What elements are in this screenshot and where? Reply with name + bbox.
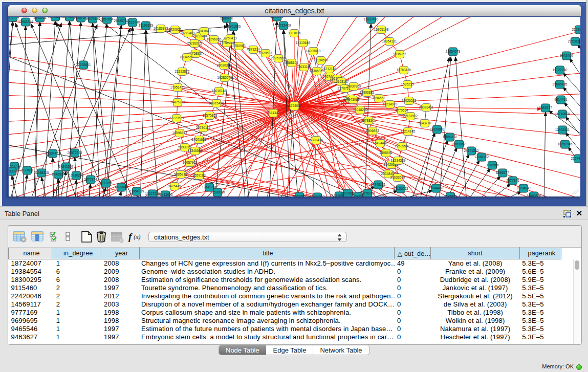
svg-text:18954131: 18954131: [382, 39, 397, 43]
svg-text:11784847: 11784847: [516, 186, 531, 190]
svg-text:1585239: 1585239: [401, 82, 414, 86]
svg-text:14660856: 14660856: [527, 194, 541, 196]
svg-text:20036388: 20036388: [217, 63, 232, 67]
svg-text:10183893: 10183893: [154, 27, 168, 30]
svg-text:17951421: 17951421: [170, 85, 185, 89]
svg-text:25289205: 25289205: [187, 41, 202, 45]
svg-text:4770554: 4770554: [395, 108, 408, 112]
svg-text:5841643: 5841643: [198, 29, 211, 33]
svg-text:20815450: 20815450: [209, 101, 224, 105]
svg-text:13932411: 13932411: [555, 128, 570, 132]
svg-text:19763180: 19763180: [397, 68, 411, 72]
svg-text:22506335: 22506335: [568, 39, 580, 43]
svg-text:16596513: 16596513: [172, 131, 187, 135]
svg-text:16424441: 16424441: [373, 141, 388, 145]
svg-text:22253595: 22253595: [271, 56, 286, 60]
svg-text:19888132: 19888132: [443, 135, 458, 139]
svg-text:22770529: 22770529: [169, 116, 184, 120]
svg-text:9475445: 9475445: [168, 184, 181, 188]
svg-text:25383411: 25383411: [419, 105, 434, 109]
svg-text:9414491: 9414491: [554, 98, 568, 101]
svg-text:18234339: 18234339: [391, 159, 406, 162]
svg-text:24171842: 24171842: [464, 149, 479, 152]
svg-text:13954919: 13954919: [129, 189, 144, 193]
svg-text:6657765: 6657765: [293, 194, 306, 196]
svg-text:23388315: 23388315: [34, 171, 49, 174]
svg-text:3076966: 3076966: [486, 163, 499, 167]
svg-text:13245349: 13245349: [48, 17, 63, 18]
svg-text:9636057: 9636057: [393, 52, 406, 56]
svg-text:18724007: 18724007: [287, 104, 302, 107]
svg-text:13441736: 13441736: [202, 185, 217, 189]
svg-text:17996882: 17996882: [360, 91, 375, 94]
svg-text:21194697: 21194697: [314, 58, 329, 62]
svg-text:f: f: [128, 231, 133, 242]
svg-text:11048230: 11048230: [353, 108, 368, 112]
svg-text:8885577: 8885577: [496, 171, 509, 174]
svg-text:11037430: 11037430: [364, 17, 379, 21]
svg-text:25665435: 25665435: [553, 82, 568, 86]
svg-text:22181592: 22181592: [403, 114, 418, 118]
svg-text:4445263: 4445263: [33, 17, 47, 19]
svg-text:23192872: 23192872: [175, 70, 190, 73]
svg-text:3420921: 3420921: [168, 28, 182, 31]
svg-text:24290883: 24290883: [430, 127, 445, 131]
svg-text:24136053: 24136053: [394, 187, 408, 190]
svg-text:4589045: 4589045: [115, 185, 128, 189]
svg-text:10087903: 10087903: [183, 161, 198, 164]
svg-text:11214145: 11214145: [401, 129, 416, 133]
svg-text:6506893: 6506893: [366, 129, 379, 133]
svg-text:6328434: 6328434: [310, 138, 323, 142]
svg-text:20780115: 20780115: [196, 126, 211, 129]
svg-text:15575853: 15575853: [203, 114, 217, 117]
svg-text:2277105: 2277105: [506, 179, 519, 182]
svg-text:13621212: 13621212: [310, 195, 325, 196]
svg-text:16710878: 16710878: [555, 112, 570, 116]
svg-text:12081122: 12081122: [474, 155, 489, 159]
svg-text:6568105: 6568105: [285, 61, 298, 64]
svg-text:19192829: 19192829: [139, 24, 154, 27]
svg-text:14110648: 14110648: [296, 41, 311, 45]
svg-text:10910248: 10910248: [69, 173, 84, 177]
svg-text:14005018: 14005018: [306, 49, 321, 53]
svg-text:16615740: 16615740: [125, 20, 140, 24]
svg-text:19122760: 19122760: [553, 68, 568, 72]
svg-text:10257945: 10257945: [558, 142, 573, 146]
svg-text:4943069: 4943069: [346, 98, 360, 101]
svg-text:22293651: 22293651: [76, 63, 91, 67]
svg-text:22944459: 22944459: [429, 186, 444, 190]
svg-text:8846997: 8846997: [52, 172, 65, 176]
svg-text:10075847: 10075847: [85, 17, 100, 20]
svg-text:19285076: 19285076: [217, 76, 232, 79]
svg-text:13901506: 13901506: [226, 25, 241, 28]
svg-text:3844095: 3844095: [270, 17, 284, 18]
svg-text:3877374: 3877374: [84, 178, 97, 181]
svg-text:3533883: 3533883: [9, 169, 18, 173]
svg-text:22639587: 22639587: [395, 144, 410, 148]
svg-text:24033160: 24033160: [297, 65, 312, 69]
svg-text:18296865: 18296865: [207, 37, 222, 41]
svg-text:10037869: 10037869: [346, 84, 361, 88]
svg-text:6328503: 6328503: [259, 51, 272, 55]
svg-text:20572723: 20572723: [68, 151, 82, 155]
svg-text:10016145: 10016145: [212, 89, 227, 93]
svg-text:5043718: 5043718: [418, 121, 431, 125]
svg-text:5388470: 5388470: [220, 17, 233, 20]
svg-text:21633649: 21633649: [390, 176, 405, 179]
svg-text:5993975: 5993975: [178, 145, 191, 149]
svg-text:10153167: 10153167: [334, 80, 349, 83]
svg-text:6682877: 6682877: [539, 106, 552, 110]
svg-text:18234970: 18234970: [383, 102, 398, 106]
svg-text:14601657: 14601657: [192, 138, 207, 141]
svg-text:21639044: 21639044: [572, 28, 580, 31]
svg-text:13346585: 13346585: [188, 149, 203, 152]
svg-text:2657954: 2657954: [100, 17, 114, 21]
svg-text:16413925: 16413925: [158, 193, 173, 196]
svg-text:13334457: 13334457: [46, 151, 60, 155]
svg-text:7194562: 7194562: [372, 96, 385, 100]
svg-text:24026523: 24026523: [402, 99, 417, 102]
svg-text:19723409: 19723409: [276, 24, 291, 27]
svg-text:8559183: 8559183: [192, 173, 206, 177]
svg-text:21954078: 21954078: [446, 50, 461, 53]
svg-text:9011165: 9011165: [100, 181, 113, 185]
